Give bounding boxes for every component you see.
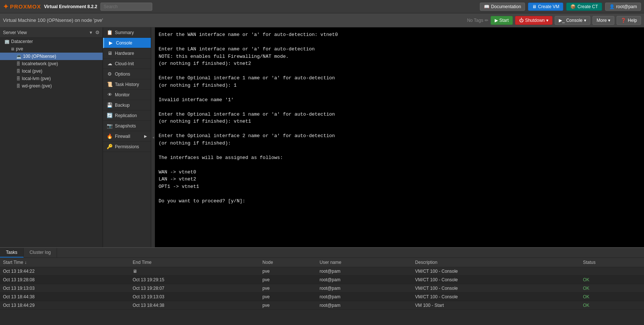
sidebar-item-backup[interactable]: 💾Backup xyxy=(103,100,151,110)
menu-icon-permissions: 🔑 xyxy=(107,144,113,149)
terminal-line: Enter the LAN interface name or 'a' for … xyxy=(159,46,640,53)
col-header-node[interactable]: Node xyxy=(259,258,316,267)
tree-item-vm100[interactable]: 💻100 (OPNsense) xyxy=(0,53,103,60)
settings-icon[interactable]: ⚙ xyxy=(95,30,100,35)
help-button[interactable]: ❓ Help xyxy=(617,16,641,25)
tree-item-wd-green[interactable]: 🗄wd-green (pve) xyxy=(0,82,103,90)
col-header-start-time[interactable]: Start Time ↓ xyxy=(0,258,130,267)
tree-item-local-lvm[interactable]: 🗄local-lvm (pve) xyxy=(0,75,103,82)
more-dropdown-icon: ▾ xyxy=(608,18,610,23)
tab-tasks[interactable]: Tasks xyxy=(0,248,24,258)
tree-item-localnetwork[interactable]: 🗄localnetwork (pve) xyxy=(0,60,103,67)
terminal[interactable]: Enter the WAN interface name or 'a' for … xyxy=(155,27,644,247)
table-row[interactable]: Oct 13 19:13:03Oct 13 19:28:07pveroot@pa… xyxy=(0,284,644,293)
start-button[interactable]: ▶ Start xyxy=(491,16,513,25)
tree-item-label-wd-green: wd-green (pve) xyxy=(22,83,52,89)
menu-label-options: Options xyxy=(115,72,130,77)
start-icon: ▶ xyxy=(495,18,498,23)
shutdown-icon: ⏻ xyxy=(519,18,524,23)
app-subtitle: Virtual Environment 8.2.2 xyxy=(44,4,97,9)
main-area: Server View ▾ ⚙ 🏢Datacenter🖥pve💻100 (OPN… xyxy=(0,27,644,247)
menu-label-summary: Summary xyxy=(115,30,134,35)
table-cell: OK xyxy=(580,284,644,293)
shutdown-button[interactable]: ⏻ Shutdown ▾ xyxy=(515,16,552,25)
edit-tag-icon: ✏ xyxy=(485,18,488,23)
col-header-end-time[interactable]: End Time xyxy=(130,258,259,267)
tree-item-icon-datacenter: 🏢 xyxy=(4,39,10,44)
sidebar-item-summary[interactable]: 📋Summary xyxy=(103,27,151,38)
table-row[interactable]: Oct 13 19:44:22🖥pveroot@pamVM/CT 100 - C… xyxy=(0,267,644,276)
create-vm-button[interactable]: 🖥 Create VM xyxy=(528,3,563,11)
table-cell: OK xyxy=(580,276,644,284)
sidebar-item-cloud-init[interactable]: ☁Cloud-Init xyxy=(103,59,151,69)
table-cell: root@pam xyxy=(317,301,412,310)
terminal-line: Enter the Optional interface 1 name or '… xyxy=(159,111,640,118)
menu-label-monitor: Monitor xyxy=(115,92,130,97)
menu-icon-snapshots: 📷 xyxy=(107,123,113,129)
no-tags[interactable]: No Tags ✏ xyxy=(467,18,488,23)
table-cell: OK xyxy=(580,293,644,301)
table-cell: root@pam xyxy=(317,276,412,284)
tree-item-icon-vm100: 💻 xyxy=(16,54,21,59)
table-cell xyxy=(580,267,644,276)
table-cell: pve xyxy=(259,276,316,284)
terminal-line: Enter the WAN interface name or 'a' for … xyxy=(159,31,640,39)
table-row[interactable]: Oct 13 18:44:29Oct 13 18:44:38pveroot@pa… xyxy=(0,301,644,310)
sidebar-item-task-history[interactable]: 📜Task History xyxy=(103,79,151,90)
terminal-line: (or nothing if finished): vtnet2 xyxy=(159,60,640,67)
col-header-status[interactable]: Status xyxy=(580,258,644,267)
sidebar-item-firewall[interactable]: 🔥Firewall▶ xyxy=(103,131,151,142)
table-cell: Oct 13 18:44:38 xyxy=(0,293,130,301)
tree-container: 🏢Datacenter🖥pve💻100 (OPNsense)🗄localnetw… xyxy=(0,38,103,90)
sidebar-item-console[interactable]: ▶Console xyxy=(103,38,151,48)
sidebar-item-monitor[interactable]: 👁Monitor xyxy=(103,90,151,100)
search-input[interactable] xyxy=(100,3,152,11)
tree-item-icon-pve: 🖥 xyxy=(10,47,14,51)
more-button[interactable]: More ▾ xyxy=(592,16,614,25)
documentation-button[interactable]: 📖 Documentation xyxy=(480,3,525,11)
menu-label-snapshots: Snapshots xyxy=(115,123,136,129)
collapse-handle[interactable]: ◂ xyxy=(151,27,155,247)
bottom-tabs: TasksCluster log xyxy=(0,248,644,258)
menu-icon-monitor: 👁 xyxy=(107,92,113,97)
proxmox-icon: ✦ xyxy=(3,3,9,11)
sidebar-item-hardware[interactable]: 🖥Hardware xyxy=(103,48,151,59)
terminal-line: LAN -> vtnet2 xyxy=(159,176,640,183)
sidebar-item-options[interactable]: ⚙Options xyxy=(103,69,151,79)
bottom-panel: TasksCluster log Start Time ↓End TimeNod… xyxy=(0,247,644,325)
sidebar-item-permissions[interactable]: 🔑Permissions xyxy=(103,142,151,152)
table-row[interactable]: Oct 13 19:28:08Oct 13 19:29:15pveroot@pa… xyxy=(0,276,644,284)
table-cell: pve xyxy=(259,301,316,310)
create-ct-button[interactable]: 📦 Create CT xyxy=(566,3,602,11)
tree-item-label-datacenter: Datacenter xyxy=(11,39,33,44)
menu-icon-backup: 💾 xyxy=(107,102,113,108)
table-cell: Oct 13 18:44:29 xyxy=(0,301,130,310)
tree-item-label-pve: pve xyxy=(16,46,23,52)
secondbar: Virtual Machine 100 (OPNsense) on node '… xyxy=(0,13,644,27)
tree-item-local[interactable]: 🗄local (pve) xyxy=(0,67,103,75)
content-area: Enter the WAN interface name or 'a' for … xyxy=(155,27,644,247)
sidebar-item-replication[interactable]: 🔄Replication xyxy=(103,110,151,121)
table-row[interactable]: Oct 13 18:44:38Oct 13 19:13:03pveroot@pa… xyxy=(0,293,644,301)
menu-icon-hardware: 🖥 xyxy=(107,50,113,56)
table-cell: Oct 13 19:28:07 xyxy=(130,284,259,293)
terminal-line: NOTE: this enables full Firewalling/NAT … xyxy=(159,53,640,60)
col-header-user-name[interactable]: User name xyxy=(317,258,412,267)
user-button[interactable]: 👤 root@pam xyxy=(605,3,641,11)
tree-item-datacenter[interactable]: 🏢Datacenter xyxy=(0,38,103,45)
terminal-line: (or nothing if finished): xyxy=(159,140,640,147)
collapse-icon[interactable]: ▾ xyxy=(90,30,92,35)
table-cell: 🖥 xyxy=(130,267,259,276)
table-cell: Oct 13 19:44:22 xyxy=(0,267,130,276)
tree-item-pve[interactable]: 🖥pve xyxy=(0,45,103,53)
submenu-arrow-firewall: ▶ xyxy=(144,134,147,138)
menu-icon-options: ⚙ xyxy=(107,71,113,77)
running-icon: 🖥 xyxy=(133,269,137,274)
sidebar-item-snapshots[interactable]: 📷Snapshots xyxy=(103,121,151,131)
table-cell: pve xyxy=(259,267,316,276)
console-button[interactable]: ▶_ Console ▾ xyxy=(555,16,590,25)
tab-cluster-log[interactable]: Cluster log xyxy=(24,248,57,258)
col-header-description[interactable]: Description xyxy=(412,258,580,267)
serverview-header: Server View ▾ ⚙ xyxy=(0,27,103,38)
menu-label-replication: Replication xyxy=(115,113,137,118)
